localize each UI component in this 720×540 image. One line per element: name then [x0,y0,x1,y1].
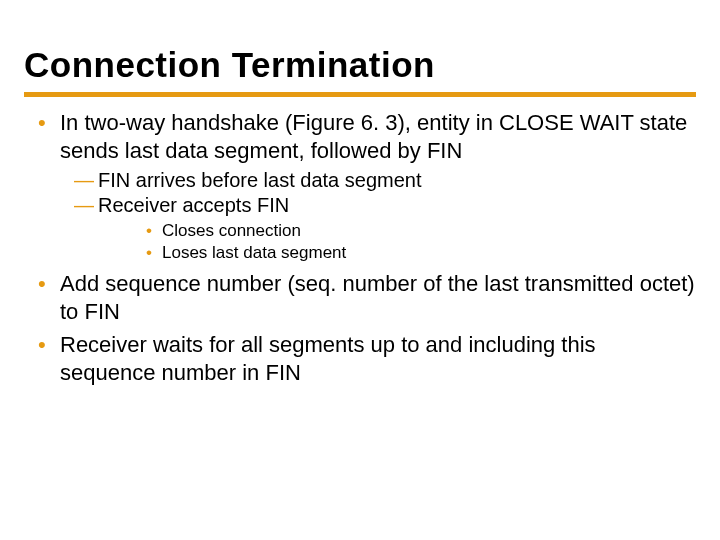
bullet-text: Add sequence number (seq. number of the … [60,271,695,324]
sub-text: Closes connection [162,221,301,240]
dash-list: FIN arrives before last data segment Rec… [60,168,696,264]
sub-text: Loses last data segment [162,243,346,262]
bullet-item: Add sequence number (seq. number of the … [36,270,696,325]
slide-title: Connection Termination [24,44,696,86]
sub-list: Closes connection Loses last data segmen… [98,220,696,264]
bullet-list: In two-way handshake (Figure 6. 3), enti… [24,109,696,386]
bullet-item: In two-way handshake (Figure 6. 3), enti… [36,109,696,264]
dash-text: Receiver accepts FIN [98,194,289,216]
bullet-text: In two-way handshake (Figure 6. 3), enti… [60,110,687,163]
sub-item: Closes connection [146,220,696,242]
sub-item: Loses last data segment [146,242,696,264]
dash-text: FIN arrives before last data segment [98,169,421,191]
dash-item: FIN arrives before last data segment [76,168,696,193]
bullet-item: Receiver waits for all segments up to an… [36,331,696,386]
title-rule [24,92,696,97]
bullet-text: Receiver waits for all segments up to an… [60,332,596,385]
dash-item: Receiver accepts FIN Closes connection L… [76,193,696,264]
slide: Connection Termination In two-way handsh… [0,0,720,540]
